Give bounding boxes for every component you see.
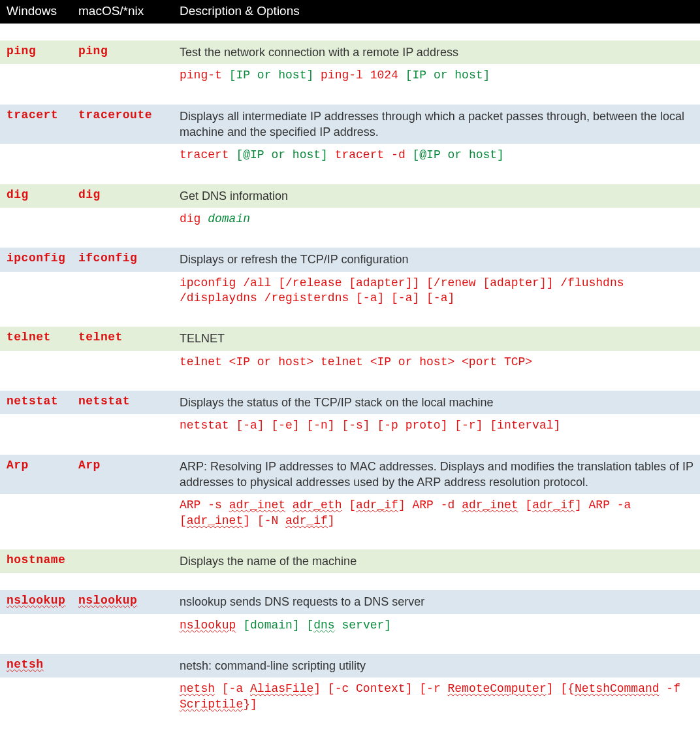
- command-options: netstat [-a] [-e] [-n] [-s] [-p proto] […: [173, 414, 700, 437]
- command-header-row: ipconfigifconfigDisplays or refresh the …: [0, 248, 700, 271]
- command-description: Displays or refresh the TCP/IP configura…: [173, 248, 700, 271]
- header-macos: macOS/*nix: [72, 0, 173, 24]
- header-desc: Description & Options: [173, 0, 700, 24]
- macos-cmd: [72, 549, 173, 573]
- header-row: Windows macOS/*nix Description & Options: [0, 0, 700, 24]
- command-header-row: nslookupnslookupnslookup sends DNS reque…: [0, 590, 700, 613]
- command-options: ping-t [IP or host] ping-l 1024 [IP or h…: [173, 64, 700, 87]
- command-options-row: ipconfig /all [/release [adapter]] [/ren…: [0, 272, 700, 310]
- command-options-row: netstat [-a] [-e] [-n] [-s] [-p proto] […: [0, 414, 700, 437]
- command-description: ARP: Resolving IP addresses to MAC addre…: [173, 455, 700, 495]
- commands-table: Windows macOS/*nix Description & Options…: [0, 0, 700, 716]
- command-description: nslookup sends DNS requests to a DNS ser…: [173, 590, 700, 613]
- windows-cmd: Arp: [0, 455, 72, 495]
- command-options: tracert [@IP or host] tracert -d [@IP or…: [173, 144, 700, 167]
- command-header-row: netstatnetstatDisplays the status of the…: [0, 391, 700, 414]
- command-options: telnet <IP or host> telnet <IP or host> …: [173, 351, 700, 374]
- windows-cmd: netsh: [0, 654, 72, 677]
- macos-cmd: traceroute: [72, 105, 173, 144]
- command-description: Get DNS information: [173, 184, 700, 208]
- windows-cmd: nslookup: [0, 590, 72, 613]
- command-header-row: hostnameDisplays the name of the machine: [0, 549, 700, 573]
- command-options: ARP -s adr_inet adr_eth [adr_if] ARP -d …: [173, 494, 700, 532]
- macos-cmd: nslookup: [72, 590, 173, 613]
- command-description: Displays the status of the TCP/IP stack …: [173, 391, 700, 414]
- command-options: nslookup [domain] [dns server]: [173, 614, 700, 637]
- command-options-row: telnet <IP or host> telnet <IP or host> …: [0, 351, 700, 374]
- command-options-row: ping-t [IP or host] ping-l 1024 [IP or h…: [0, 64, 700, 87]
- command-options: ipconfig /all [/release [adapter]] [/ren…: [173, 272, 700, 310]
- command-description: Displays all intermediate IP addresses t…: [173, 105, 700, 144]
- command-header-row: telnettelnetTELNET: [0, 327, 700, 350]
- command-description: netsh: command-line scripting utility: [173, 654, 700, 677]
- macos-cmd: telnet: [72, 327, 173, 350]
- header-windows: Windows: [0, 0, 72, 24]
- command-options-row: dig domain: [0, 208, 700, 231]
- windows-cmd: ping: [0, 41, 72, 64]
- macos-cmd: ping: [72, 41, 173, 64]
- windows-cmd: netstat: [0, 391, 72, 414]
- command-options-row: tracert [@IP or host] tracert -d [@IP or…: [0, 144, 700, 167]
- command-description: Displays the name of the machine: [173, 549, 700, 573]
- command-header-row: digdigGet DNS information: [0, 184, 700, 208]
- windows-cmd: hostname: [0, 549, 72, 573]
- command-description: TELNET: [173, 327, 700, 350]
- macos-cmd: [72, 654, 173, 677]
- windows-cmd: ipconfig: [0, 248, 72, 271]
- command-options: dig domain: [173, 208, 700, 231]
- command-header-row: tracerttracerouteDisplays all intermedia…: [0, 105, 700, 144]
- command-options: netsh [-a AliasFile] [-c Context] [-r Re…: [173, 677, 700, 716]
- command-header-row: pingpingTest the network connection with…: [0, 41, 700, 64]
- macos-cmd: dig: [72, 184, 173, 208]
- windows-cmd: dig: [0, 184, 72, 208]
- command-header-row: ArpArpARP: Resolving IP addresses to MAC…: [0, 455, 700, 495]
- command-options-row: netsh [-a AliasFile] [-c Context] [-r Re…: [0, 677, 700, 716]
- command-description: Test the network connection with a remot…: [173, 41, 700, 64]
- command-options-row: ARP -s adr_inet adr_eth [adr_if] ARP -d …: [0, 494, 700, 532]
- macos-cmd: Arp: [72, 455, 173, 495]
- macos-cmd: ifconfig: [72, 248, 173, 271]
- command-header-row: netshnetsh: command-line scripting utili…: [0, 654, 700, 677]
- command-options-row: nslookup [domain] [dns server]: [0, 614, 700, 637]
- windows-cmd: tracert: [0, 105, 72, 144]
- macos-cmd: netstat: [72, 391, 173, 414]
- windows-cmd: telnet: [0, 327, 72, 350]
